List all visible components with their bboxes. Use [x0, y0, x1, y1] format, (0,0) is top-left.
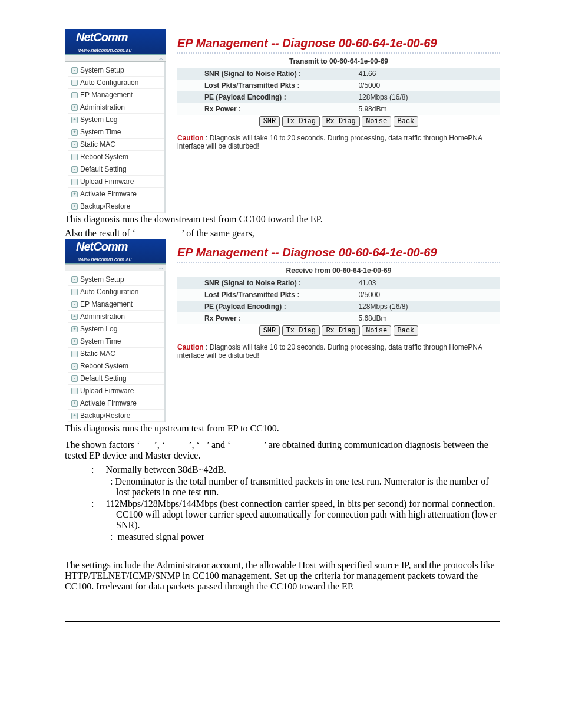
sidebar-item-backup-restore[interactable]: +Backup/Restore [68, 200, 164, 213]
stat-value: 128Mbps (16/8) [355, 91, 500, 103]
sidebar-item-administration[interactable]: +Administration [68, 101, 164, 114]
stat-key: SNR (Signal to Noise Ratio) : [177, 68, 355, 80]
rxdiag-button[interactable]: Rx Diag [322, 116, 359, 127]
txdiag-button[interactable]: Tx Diag [282, 116, 320, 127]
sidebar-item-reboot-system[interactable]: -Reboot System [68, 360, 164, 373]
sidebar-item-static-mac[interactable]: -Static MAC [68, 348, 164, 360]
sidebar-item-label: System Log [80, 325, 117, 333]
sidebar-item-backup-restore[interactable]: +Backup/Restore [68, 410, 164, 422]
bullet-icon: + [71, 314, 78, 320]
stat-value: 5.98dBm [355, 103, 500, 115]
txdiag-button[interactable]: Tx Diag [282, 325, 320, 336]
bullet-icon: + [71, 129, 78, 136]
bullet-icon: - [71, 166, 78, 173]
def-snr: : Normally between 38dB~42dB. [91, 465, 500, 475]
bullet-icon: + [71, 203, 78, 210]
sidebar-item-label: System Setup [80, 275, 124, 284]
page-title: EP Management -- Diagnose 00-60-64-1e-00… [177, 246, 500, 263]
table-row: Lost Pkts/Transmitted Pkts :0/5000 [177, 80, 500, 91]
brand-url: www.netcomm.com.au [78, 47, 132, 53]
stat-key: Rx Power : [177, 103, 355, 115]
sidebar-item-label: Reboot System [80, 153, 128, 161]
table-row: Lost Pkts/Transmitted Pkts :0/5000 [177, 289, 500, 301]
table-row: SNR (Signal to Noise Ratio) :41.66 [177, 68, 500, 80]
bullet-icon: + [71, 191, 78, 197]
factors-intro: The shown factors ‘ ’, ‘ ’, ‘ ’ and ‘ ’ … [65, 440, 500, 461]
sidebar-item-upload-firmware[interactable]: -Upload Firmware [68, 176, 164, 188]
rxdiag-button[interactable]: Rx Diag [322, 325, 359, 336]
sidebar-item-activate-firmware[interactable]: +Activate Firmware [68, 397, 164, 410]
sidebar-item-label: Static MAC [80, 140, 115, 149]
sidebar-item-system-time[interactable]: +System Time [68, 335, 164, 348]
sidebar-item-label: EP Management [80, 91, 133, 99]
sidebar-item-upload-firmware[interactable]: -Upload Firmware [68, 385, 164, 397]
sidebar-item-label: Upload Firmware [80, 387, 134, 395]
sidebar-item-default-setting[interactable]: -Default Setting [68, 163, 164, 176]
brand-name: NetComm [76, 31, 127, 44]
sidebar-item-label: Activate Firmware [80, 190, 137, 198]
bullet-icon: - [71, 276, 78, 283]
stat-value: 41.66 [355, 68, 500, 80]
noise-button[interactable]: Noise [362, 325, 391, 336]
sidebar-item-label: Administration [80, 103, 125, 111]
back-button[interactable]: Back [394, 325, 419, 336]
sidebar-item-ep-management[interactable]: -EP Management [68, 89, 164, 101]
sidebar-item-label: Backup/Restore [80, 202, 130, 210]
caution-note: Caution : Diagnosis will take 10 to 20 s… [177, 134, 500, 150]
snr-button[interactable]: SNR [259, 325, 280, 336]
sidebar-item-label: System Setup [80, 66, 124, 74]
back-button[interactable]: Back [394, 116, 419, 127]
bullet-icon: + [71, 338, 78, 345]
screenshot-rx: NetComm www.netcomm.com.au ︿ -System Set… [65, 239, 500, 422]
sidebar-item-system-setup[interactable]: -System Setup [68, 274, 164, 286]
footer-rule [65, 621, 500, 622]
stat-value: 128Mbps (16/8) [355, 301, 500, 312]
stat-key: PE (Payload Encoding) : [177, 91, 355, 103]
desc-also: Also the result of ‘ ’ of the same gears… [65, 228, 500, 239]
bullet-icon: - [71, 154, 78, 160]
sidebar-scroll[interactable]: ︿ [65, 264, 166, 271]
sidebar-item-label: Backup/Restore [80, 411, 130, 420]
def-lostpkts: : Denominator is the total number of tra… [91, 476, 500, 498]
stat-key: Rx Power : [177, 312, 355, 324]
table-row: Rx Power :5.68dBm [177, 312, 500, 324]
table-row: PE (Payload Encoding) :128Mbps (16/8) [177, 301, 500, 312]
sidebar-item-reboot-system[interactable]: -Reboot System [68, 151, 164, 163]
sidebar-item-label: Default Setting [80, 165, 127, 173]
brand-url: www.netcomm.com.au [78, 256, 132, 262]
administration-paragraph: The settings include the Administrator a… [65, 560, 500, 592]
page-title: EP Management -- Diagnose 00-60-64-1e-00… [177, 37, 500, 54]
sidebar-item-system-time[interactable]: +System Time [68, 126, 164, 139]
sidebar-item-activate-firmware[interactable]: +Activate Firmware [68, 188, 164, 200]
sidebar-item-system-setup[interactable]: -System Setup [68, 64, 164, 77]
bullet-icon: + [71, 104, 78, 111]
brand-name: NetComm [76, 240, 127, 253]
chevron-up-icon: ︿ [158, 263, 164, 272]
table-row: Rx Power :5.98dBm [177, 103, 500, 115]
sidebar-item-auto-configuration[interactable]: -Auto Configuration [68, 77, 164, 89]
sidebar-item-label: EP Management [80, 300, 133, 308]
noise-button[interactable]: Noise [362, 116, 391, 127]
bullet-icon: - [71, 351, 78, 357]
screenshot-tx: NetComm www.netcomm.com.au ︿ -System Set… [65, 29, 500, 213]
stat-key: PE (Payload Encoding) : [177, 301, 355, 312]
bullet-icon: - [71, 375, 78, 382]
sidebar-item-static-mac[interactable]: -Static MAC [68, 139, 164, 151]
snr-button[interactable]: SNR [259, 116, 280, 127]
sidebar-item-default-setting[interactable]: -Default Setting [68, 373, 164, 385]
sidebar-item-administration[interactable]: +Administration [68, 311, 164, 323]
desc-upstream: This diagnosis runs the upstream test fr… [65, 423, 500, 434]
sidebar-item-auto-configuration[interactable]: -Auto Configuration [68, 286, 164, 298]
sidebar-item-system-log[interactable]: +System Log [68, 323, 164, 335]
caution-label: Caution [177, 134, 204, 142]
table-title: Receive from 00-60-64-1e-00-69 [177, 266, 500, 275]
sidebar-item-system-log[interactable]: +System Log [68, 114, 164, 126]
caution-label: Caution [177, 343, 204, 351]
sidebar-item-ep-management[interactable]: -EP Management [68, 298, 164, 311]
sidebar-item-label: Auto Configuration [80, 288, 138, 296]
desc-downstream: This diagnosis runs the downstream test … [65, 214, 500, 225]
bullet-icon: - [71, 289, 78, 295]
brand-logo: NetComm www.netcomm.com.au [65, 239, 166, 264]
sidebar-scroll[interactable]: ︿ [65, 55, 166, 62]
bullet-icon: - [71, 179, 78, 185]
